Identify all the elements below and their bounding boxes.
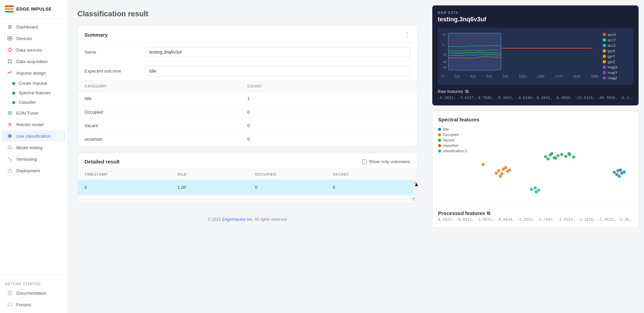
svg-rect-2 [8,59,10,61]
gyrx-dot [603,49,606,53]
legend-accz-label: accZ [608,43,616,47]
svg-point-52 [615,173,618,176]
occupied-col-header: OCCUPIED [255,172,333,176]
footer: © 2023 EdgeImpulse Inc. All rights reser… [77,210,417,222]
expected-outcome-input[interactable] [146,66,410,76]
spectral-legend: Idle Occupied Vacant classified [438,127,467,198]
result-table-row: 0 1.00 0 0 [78,180,417,195]
svg-rect-26 [448,33,501,70]
raw-data-chart: 20 0 -20 -40 -60 [441,31,599,72]
legend-magX: magX [603,65,630,69]
svg-point-54 [623,170,626,173]
processed-values: 0.1922, -0.0022, -1.9971, -0.9034, -1.20… [438,217,633,222]
svg-point-58 [537,189,540,192]
legend-gyrY: gyrY [603,54,630,58]
logo-area: EDGE IMPULSE [0,0,68,18]
documentation-icon [7,290,13,296]
classification0-dot [438,150,441,153]
sidebar-item-label: EON Tuner [16,111,38,116]
detailed-result-header: Detailed result Show only unknowns [78,153,417,169]
sidebar-item-deployment[interactable]: Deployment [2,165,65,176]
sidebar-item-devices[interactable]: Devices [2,33,65,44]
result-table-header: TIMESTAMP IDLE OCCUPIED VACANT [78,169,417,180]
result-occupied: 0 [255,185,333,190]
timestamp-col-header: TIMESTAMP [84,172,177,176]
legend-magy-label: magY [608,71,618,75]
impulse-design-icon [7,70,13,76]
svg-point-40 [556,154,560,157]
footer-link[interactable]: EdgeImpulse Inc. [222,217,253,222]
svg-point-36 [481,163,485,166]
expected-outcome-label: Expected outcome [84,69,146,74]
sidebar-item-data-sources[interactable]: Data sources [2,44,65,56]
chart-plot: 20 0 -20 -40 -60 [441,31,599,81]
sidebar-item-versioning[interactable]: Versioning [2,153,65,165]
legend-accX: accX [603,33,630,37]
legend-magY: magY [603,71,630,75]
legend-gyrZ: gyrZ [603,60,630,64]
svg-point-28 [497,169,500,172]
svg-rect-4 [8,62,10,63]
svg-text:-40: -40 [442,60,447,64]
sidebar-item-retrain-model[interactable]: Retrain model [2,119,65,130]
sidebar-footer: GETTING STARTED Documentation Forums [0,275,68,313]
category-uncertain: uncertain [84,137,247,142]
raw-values: -0.3831, -7.6327, 6.7606, -0.3662, -0.61… [438,96,633,100]
svg-point-49 [612,171,615,174]
sidebar-item-create-impulse[interactable]: Create impulse [0,79,68,88]
legend-gyrx-label: gyrX [608,49,615,53]
sidebar-item-label: Model testing [16,145,42,150]
sidebar-item-model-testing[interactable]: Model testing [2,142,65,153]
sidebar-item-label: Forums [16,302,31,307]
model-testing-icon [7,144,13,151]
show-unknowns-checkbox[interactable] [362,159,367,164]
raw-data-card: RAW DATA testing.3nq6v3uf 20 0 -20 -40 -… [432,5,639,105]
live-classification-icon [7,133,13,139]
center-panel: Classification result Summary ⋮ Name Exp… [68,0,427,313]
kebab-menu-button[interactable]: ⋮ [404,31,410,38]
sidebar-item-eon-tuner[interactable]: EON Tuner [2,107,65,119]
getting-started-label: GETTING STARTED [0,278,68,287]
magx-dot [603,65,606,69]
copy-icon[interactable]: ⧉ [465,89,468,94]
retrain-model-icon [7,121,13,128]
sidebar-item-forums[interactable]: Forums [2,299,65,310]
sidebar-item-dashboard[interactable]: ⊞ Dashboard [2,21,65,33]
sidebar-item-live-classification[interactable]: Live classification [2,130,65,142]
svg-point-13 [8,157,10,159]
chart-area: 20 0 -20 -40 -60 [438,28,633,85]
name-input[interactable] [146,47,410,57]
sidebar-item-data-acquisition[interactable]: Data acquisition [2,56,65,67]
table-row: Vacant 0 [78,119,417,133]
svg-point-7 [9,112,11,114]
svg-point-45 [546,157,549,160]
legend-magz-label: magZ [608,76,617,80]
idle-dot [438,128,441,131]
legend-magZ: magZ [603,76,630,80]
sidebar-item-impulse-design[interactable]: Impulse design [2,67,65,79]
result-vacant: 0 [333,185,410,190]
svg-point-41 [560,153,563,156]
svg-rect-5 [10,62,12,63]
scatter-svg [471,127,633,202]
svg-rect-3 [10,59,12,61]
sidebar-item-classifier[interactable]: Classifier [0,98,68,107]
dashboard-icon: ⊞ [7,24,13,30]
category-vacant: Vacant [84,123,247,128]
vacant-col-header: VACANT [333,172,410,176]
dot-icon [12,92,15,95]
deployment-icon [7,168,13,174]
svg-marker-12 [8,145,12,149]
raw-data-section-label: RAW DATA [438,11,633,15]
processed-copy-icon[interactable]: ⧉ [487,211,490,216]
category-col-header: CATEGORY [84,84,247,88]
legend-idle: Idle [438,127,467,131]
table-row: Idle 1 [78,92,417,105]
sidebar-item-spectral-features[interactable]: Spectral features [0,88,68,98]
show-unknowns-toggle[interactable]: Show only unknowns [362,159,410,164]
svg-point-46 [550,152,553,155]
category-table-header: CATEGORY COUNT [78,81,417,92]
expected-outcome-row: Expected outcome [78,62,417,81]
legend-accY: accY [603,38,630,42]
sidebar-item-documentation[interactable]: Documentation [2,287,65,299]
